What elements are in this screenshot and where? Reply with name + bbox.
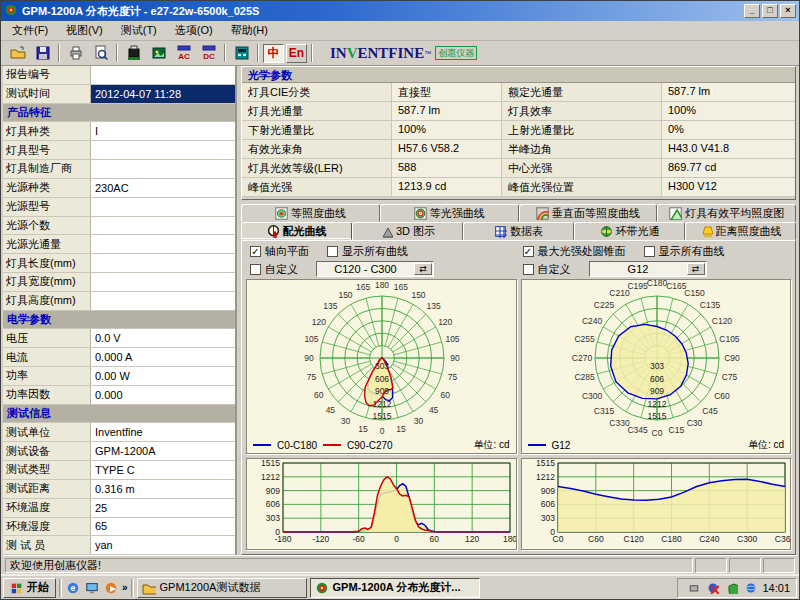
checkbox-left-custom[interactable] — [250, 264, 261, 275]
svg-text:C0: C0 — [552, 534, 563, 544]
field-row: 环境温度25 — [3, 499, 235, 518]
chevron-icon[interactable]: » — [122, 582, 128, 593]
image-icon — [151, 45, 167, 61]
field-row: 光源种类230AC — [3, 179, 235, 198]
field-row: 测试距离0.316 m — [3, 480, 235, 499]
field-value[interactable] — [91, 66, 235, 84]
language-中-button[interactable]: 中 — [263, 44, 284, 63]
menu-item[interactable]: 帮助(H) — [222, 21, 277, 40]
svg-text:165: 165 — [356, 282, 370, 292]
svg-text:C120: C120 — [711, 316, 732, 326]
optical-label: 上射光通量比 — [502, 121, 662, 139]
tray-1-icon[interactable] — [686, 580, 702, 596]
open-icon — [10, 45, 26, 61]
field-value[interactable]: 2012-04-07 11:28 — [91, 85, 235, 103]
tab-threed[interactable]: 3D 图示 — [352, 222, 463, 240]
dc-button[interactable]: DC — [196, 43, 221, 64]
language-En-button[interactable]: En — [286, 44, 307, 63]
tab-table[interactable]: 数据表 — [463, 222, 574, 240]
combo-spin-icon[interactable]: ⇄ — [687, 263, 705, 275]
field-row: 功率0.00 W — [3, 367, 235, 386]
tab-iso-candela[interactable]: 等光强曲线 — [380, 204, 519, 222]
field-value[interactable]: 0.00 W — [91, 367, 235, 385]
quick-ie-icon: e — [66, 581, 80, 595]
field-value[interactable] — [91, 217, 235, 235]
open-button[interactable] — [5, 43, 30, 64]
field-value[interactable] — [91, 198, 235, 216]
field-value[interactable]: Inventfine — [91, 423, 235, 441]
controls-line: 自定义C120 - C300⇄ — [250, 261, 515, 277]
svg-text:C30: C30 — [686, 418, 702, 428]
tab-zone[interactable]: 环带光通 — [574, 222, 685, 240]
combo-spin-icon[interactable]: ⇄ — [414, 263, 432, 275]
minimize-button[interactable]: _ — [744, 4, 760, 18]
field-value[interactable]: 0.0 V — [91, 329, 235, 347]
optical-label: 有效光束角 — [242, 140, 392, 158]
restore-button[interactable]: □ — [762, 4, 778, 18]
tray-2-icon[interactable] — [705, 580, 721, 596]
field-value[interactable] — [91, 235, 235, 253]
field-label: 光源种类 — [3, 179, 91, 197]
ac-button[interactable]: AC — [171, 43, 196, 64]
checkbox-right-cb1[interactable]: ✓ — [523, 246, 534, 257]
tab-iso-lux[interactable]: 等照度曲线 — [241, 204, 380, 222]
task-button[interactable]: GPM1200A测试数据 — [137, 578, 307, 598]
save-button[interactable] — [30, 43, 55, 64]
field-label: 光源个数 — [3, 217, 91, 235]
tab-distance[interactable]: 距离照度曲线 — [685, 222, 796, 240]
field-value[interactable] — [91, 273, 235, 291]
tray-4-icon[interactable] — [743, 580, 759, 596]
tab-polar[interactable]: 配光曲线 — [241, 222, 352, 240]
brand-name: INVENTFINE — [330, 45, 424, 62]
quick-ie-icon[interactable]: e — [65, 580, 81, 596]
checkbox-left-cb2[interactable] — [327, 246, 338, 257]
menu-item[interactable]: 视图(V) — [57, 21, 112, 40]
svg-text:C300: C300 — [737, 534, 758, 544]
task-button[interactable]: GPM-1200A 分布光度计... — [310, 578, 480, 598]
tab-vertical-iso[interactable]: 垂直面等照度曲线 — [519, 204, 658, 222]
menu-item[interactable]: 文件(F) — [3, 21, 57, 40]
plane-combo-left[interactable]: C120 - C300⇄ — [316, 261, 434, 277]
field-value[interactable]: 65 — [91, 518, 235, 536]
field-value[interactable]: 0.316 m — [91, 480, 235, 498]
status-pane — [763, 558, 795, 573]
print-button[interactable] — [63, 43, 88, 64]
field-value[interactable] — [91, 292, 235, 310]
field-value[interactable]: 0.000 A — [91, 348, 235, 366]
panel-button[interactable] — [229, 43, 254, 64]
field-value[interactable]: I — [91, 122, 235, 140]
menu-item[interactable]: 测试(T) — [112, 21, 166, 40]
checkbox-right-cb2[interactable] — [644, 246, 655, 257]
toolbar-separator — [224, 44, 226, 62]
tray-3-icon[interactable] — [724, 580, 740, 596]
quick-desktop-icon[interactable] — [84, 580, 100, 596]
checkbox-left-cb1[interactable]: ✓ — [250, 246, 261, 257]
plane-combo-right[interactable]: G12⇄ — [589, 261, 707, 277]
start-button[interactable]: 开始 — [3, 578, 56, 598]
iso-lux-icon — [275, 207, 288, 220]
menu-item[interactable]: 选项(O) — [166, 21, 222, 40]
tab-avg-lux[interactable]: 灯具有效平均照度图 — [657, 204, 796, 222]
vertical-iso-icon — [536, 207, 549, 220]
checkbox-right-custom[interactable] — [523, 264, 534, 275]
distance-icon — [700, 225, 713, 238]
svg-text:1212: 1212 — [373, 399, 392, 409]
optical-label: 灯具效率 — [502, 102, 662, 120]
table-icon — [494, 225, 507, 238]
menu-bar: 文件(F)视图(V)测试(T)选项(O)帮助(H) — [1, 21, 799, 41]
device-button[interactable] — [121, 43, 146, 64]
field-value[interactable]: yan — [91, 536, 235, 554]
field-value[interactable] — [91, 254, 235, 272]
field-value[interactable]: GPM-1200A — [91, 442, 235, 460]
field-row: 电流0.000 A — [3, 348, 235, 367]
field-value[interactable]: TYPE C — [91, 461, 235, 479]
field-value[interactable] — [91, 141, 235, 159]
field-value[interactable]: 230AC — [91, 179, 235, 197]
field-value[interactable]: 0.000 — [91, 386, 235, 404]
image-button[interactable] — [146, 43, 171, 64]
field-value[interactable] — [91, 160, 235, 178]
preview-button[interactable] — [88, 43, 113, 64]
quick-media-icon[interactable] — [103, 580, 119, 596]
close-button[interactable]: × — [780, 4, 796, 18]
field-value[interactable]: 25 — [91, 499, 235, 517]
